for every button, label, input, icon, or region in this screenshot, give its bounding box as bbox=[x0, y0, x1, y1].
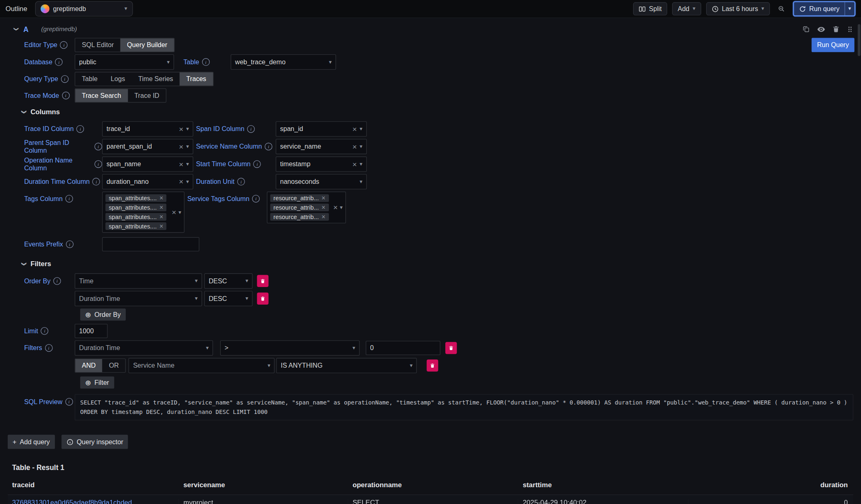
filters-section-header[interactable]: Filters bbox=[22, 260, 857, 268]
time-range-picker[interactable]: Last 6 hours bbox=[706, 2, 770, 15]
info-icon[interactable] bbox=[66, 195, 73, 203]
clear-all-icon[interactable] bbox=[333, 203, 338, 211]
order-by-field-select[interactable]: Duration Time bbox=[75, 291, 202, 306]
filter-operator-select[interactable]: IS ANYTHING bbox=[276, 358, 417, 373]
limit-input[interactable] bbox=[75, 324, 107, 338]
query-type-timeseries-option[interactable]: Time Series bbox=[131, 72, 179, 86]
info-icon[interactable] bbox=[237, 178, 245, 185]
info-icon[interactable] bbox=[62, 92, 70, 99]
column-header-servicename[interactable]: servicename bbox=[179, 481, 348, 489]
column-header-traceid[interactable]: traceid bbox=[8, 481, 179, 489]
info-icon[interactable] bbox=[95, 160, 102, 168]
clear-icon[interactable] bbox=[352, 160, 357, 168]
info-icon[interactable] bbox=[60, 41, 68, 49]
collapse-filters-chevron-icon[interactable] bbox=[22, 261, 26, 267]
info-icon[interactable] bbox=[95, 143, 102, 151]
run-query-dropdown[interactable] bbox=[845, 2, 854, 15]
remove-filter-button[interactable] bbox=[427, 359, 438, 371]
column-header-duration[interactable]: duration bbox=[689, 481, 853, 489]
info-icon[interactable] bbox=[265, 143, 272, 151]
remove-query-trash-icon[interactable] bbox=[832, 25, 839, 33]
collapse-query-chevron-icon[interactable] bbox=[14, 26, 18, 32]
trace-search-option[interactable]: Trace Search bbox=[75, 89, 128, 102]
clear-icon[interactable] bbox=[179, 143, 184, 151]
info-icon[interactable] bbox=[53, 277, 61, 285]
filter-value-input[interactable] bbox=[366, 341, 440, 355]
remove-tag-icon[interactable] bbox=[159, 213, 163, 220]
order-by-direction-select[interactable]: DESC bbox=[204, 273, 253, 289]
clear-icon[interactable] bbox=[179, 125, 184, 133]
remove-tag-icon[interactable] bbox=[159, 223, 163, 229]
remove-tag-icon[interactable] bbox=[159, 204, 163, 211]
query-ref-id[interactable]: A bbox=[23, 25, 29, 33]
service-name-column-select[interactable]: service_name bbox=[276, 139, 367, 154]
clear-icon[interactable] bbox=[352, 143, 357, 151]
order-by-field-select[interactable]: Time bbox=[75, 273, 202, 289]
sql-editor-option[interactable]: SQL Editor bbox=[75, 38, 120, 52]
remove-order-by-button[interactable] bbox=[257, 293, 268, 305]
collapse-columns-chevron-icon[interactable] bbox=[22, 109, 26, 115]
outline-toggle[interactable]: Outline bbox=[5, 5, 27, 13]
clear-icon[interactable] bbox=[179, 160, 184, 168]
clear-icon[interactable] bbox=[179, 178, 184, 185]
remove-order-by-button[interactable] bbox=[257, 275, 268, 287]
query-type-table-option[interactable]: Table bbox=[75, 72, 104, 86]
column-header-operationname[interactable]: operationname bbox=[348, 481, 519, 489]
clear-icon[interactable] bbox=[352, 125, 357, 133]
filter-field-select[interactable]: Service Name bbox=[129, 358, 275, 373]
run-query-main[interactable]: Run query bbox=[794, 2, 845, 15]
add-filter-button[interactable]: Filter bbox=[80, 377, 114, 389]
info-icon[interactable] bbox=[66, 240, 73, 248]
remove-tag-icon[interactable] bbox=[159, 195, 163, 201]
info-icon[interactable] bbox=[77, 125, 84, 133]
order-by-direction-select[interactable]: DESC bbox=[204, 291, 253, 306]
datasource-picker[interactable]: greptimedb bbox=[35, 1, 133, 17]
add-query-button[interactable]: Add query bbox=[8, 435, 55, 449]
query-inspector-button[interactable]: Query inspector bbox=[61, 435, 128, 449]
parent-span-id-column-select[interactable]: parent_span_id bbox=[102, 139, 193, 154]
service-tags-column-multiselect[interactable]: resource_attrib... resource_attrib... re… bbox=[267, 192, 346, 224]
trace-id-column-select[interactable]: trace_id bbox=[102, 121, 193, 137]
query-builder-option[interactable]: Query Builder bbox=[120, 38, 174, 52]
info-icon[interactable] bbox=[61, 75, 69, 83]
table-select[interactable]: web_trace_demo bbox=[231, 54, 336, 70]
duplicate-query-icon[interactable] bbox=[802, 25, 810, 33]
trace-id-option[interactable]: Trace ID bbox=[128, 89, 166, 102]
info-icon[interactable] bbox=[202, 58, 210, 66]
span-id-column-select[interactable]: span_id bbox=[276, 121, 367, 137]
duration-time-column-select[interactable]: duration_nano bbox=[102, 174, 193, 190]
or-option[interactable]: OR bbox=[102, 359, 125, 372]
add-button[interactable]: Add bbox=[672, 2, 701, 15]
info-icon[interactable] bbox=[247, 125, 255, 133]
filter-field-select[interactable]: Duration Time bbox=[75, 340, 213, 356]
remove-tag-icon[interactable] bbox=[322, 195, 325, 201]
remove-tag-icon[interactable] bbox=[322, 213, 325, 220]
duration-unit-select[interactable]: nanoseconds bbox=[276, 174, 367, 190]
info-icon[interactable] bbox=[65, 398, 73, 406]
hide-response-eye-icon[interactable] bbox=[817, 25, 825, 33]
run-query-button[interactable]: Run query bbox=[793, 1, 855, 17]
query-type-logs-option[interactable]: Logs bbox=[104, 72, 131, 86]
zoom-out-button[interactable] bbox=[775, 2, 788, 15]
info-icon[interactable] bbox=[254, 160, 261, 168]
info-icon[interactable] bbox=[55, 58, 63, 66]
column-header-starttime[interactable]: starttime bbox=[518, 481, 689, 489]
filter-operator-select[interactable]: > bbox=[220, 340, 360, 356]
info-icon[interactable] bbox=[45, 344, 52, 352]
run-query-panel-button[interactable]: Run Query bbox=[811, 38, 854, 52]
split-button[interactable]: Split bbox=[633, 2, 667, 15]
start-time-column-select[interactable]: timestamp bbox=[276, 156, 367, 172]
and-option[interactable]: AND bbox=[75, 359, 102, 372]
add-order-by-button[interactable]: Order By bbox=[80, 308, 126, 320]
tags-column-multiselect[interactable]: span_attributes.... span_attributes.... … bbox=[102, 192, 184, 233]
remove-tag-icon[interactable] bbox=[322, 204, 325, 211]
scrollbar-thumb[interactable] bbox=[858, 24, 861, 56]
trace-id-link[interactable]: 3768831301ea0d65adaef8b9da1cbded bbox=[12, 499, 132, 504]
clear-all-icon[interactable] bbox=[172, 208, 176, 216]
operation-name-column-select[interactable]: span_name bbox=[102, 156, 193, 172]
database-select[interactable]: public bbox=[75, 54, 174, 70]
columns-section-header[interactable]: Columns bbox=[22, 108, 857, 116]
info-icon[interactable] bbox=[93, 178, 100, 185]
drag-handle-icon[interactable] bbox=[847, 25, 853, 33]
remove-filter-button[interactable] bbox=[445, 342, 457, 354]
